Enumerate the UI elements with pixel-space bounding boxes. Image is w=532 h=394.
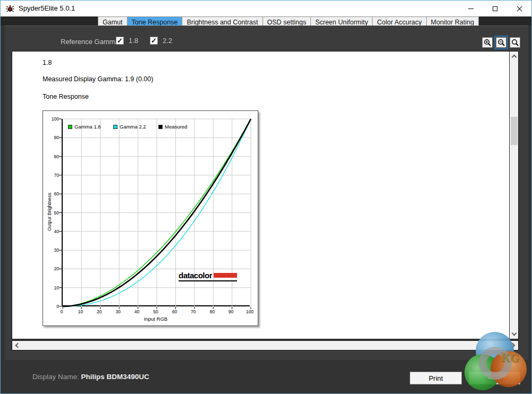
- title-bar: Spyder5Elite 5.0.1: [1, 1, 531, 16]
- reference-gamma-label: Reference Gamma:: [61, 38, 121, 46]
- scroll-left-button[interactable]: [13, 341, 22, 350]
- x-tick-label: 30: [113, 309, 123, 314]
- print-button[interactable]: Print: [410, 372, 462, 384]
- gamma-2.2-checkbox[interactable]: [150, 37, 158, 45]
- datacolor-logo-text: datacolor: [179, 271, 212, 280]
- y-tick-label: 100: [45, 116, 59, 122]
- zoom-in-button[interactable]: [482, 37, 493, 48]
- x-tick-label: 10: [75, 309, 85, 314]
- x-tick-label: 90: [226, 309, 236, 314]
- section-title: Tone Response: [43, 93, 89, 100]
- measured-gamma-text: Measured Display Gamma: 1.9 (0.00): [43, 75, 153, 83]
- legend-swatch-gamma-1.8: [68, 125, 72, 129]
- scroll-down-button[interactable]: [510, 329, 519, 338]
- legend-item-gamma-2.2: Gamma 2.2: [113, 124, 151, 130]
- zoom-out-icon: [497, 39, 505, 47]
- zoom-button-group: [482, 37, 520, 48]
- minimize-icon: [468, 8, 474, 9]
- scroll-up-button[interactable]: [510, 53, 519, 62]
- horizontal-scrollbar[interactable]: [12, 340, 519, 350]
- legend-label: Gamma 2.2: [120, 124, 146, 130]
- scroll-right-button[interactable]: [508, 341, 517, 350]
- legend-label: Measured: [165, 124, 187, 130]
- x-tick-label: 80: [207, 309, 217, 314]
- tone-response-chart: Output Brightness Gamma 1.8 Gamma 2.2 Me…: [43, 110, 258, 326]
- gamma-2.2-option[interactable]: 2.2: [150, 37, 172, 45]
- close-icon: [517, 6, 522, 12]
- y-tick-label: 10: [45, 285, 59, 290]
- x-tick-label: 40: [132, 309, 142, 314]
- y-tick-label: 0: [45, 304, 59, 309]
- y-tick-label: 50: [45, 210, 59, 216]
- y-tick-label: 90: [45, 135, 59, 140]
- y-tick-label: 40: [45, 229, 59, 234]
- x-axis-label: Input RGB: [62, 316, 250, 322]
- datacolor-logo-bar: [214, 273, 237, 278]
- chevron-right-icon: [510, 343, 516, 348]
- x-tick-label: 70: [189, 309, 198, 314]
- display-name-label: Display Name:: [32, 373, 79, 381]
- gamma-1.8-option[interactable]: 1.8: [116, 37, 138, 45]
- zoom-in-icon: [484, 39, 492, 47]
- legend-item-gamma-1.8: Gamma 1.8: [68, 124, 106, 130]
- x-tick-label: 60: [170, 309, 179, 314]
- gamma-2.2-label: 2.2: [163, 37, 172, 45]
- vertical-scrollbar[interactable]: [509, 52, 518, 339]
- x-tick-label: 20: [95, 309, 104, 314]
- zoom-reset-icon: [511, 39, 519, 47]
- zoom-reset-button[interactable]: [510, 37, 520, 48]
- report-scroll-area: 1.8 Measured Display Gamma: 1.9 (0.00) T…: [12, 51, 519, 339]
- minimize-button[interactable]: [459, 1, 483, 16]
- window-title: Spyder5Elite 5.0.1: [19, 4, 75, 12]
- chart-legend: Gamma 1.8 Gamma 2.2 Measured: [68, 124, 197, 130]
- legend-swatch-measured: [158, 125, 163, 129]
- display-name-value: Philips BDM3490UC: [81, 373, 149, 381]
- spyder-app-icon: [6, 4, 14, 13]
- y-tick-label: 30: [45, 247, 59, 253]
- legend-label: Gamma 1.8: [74, 124, 101, 130]
- y-tick-label: 80: [45, 154, 59, 159]
- close-window-button[interactable]: [508, 1, 531, 16]
- close-button[interactable]: Close: [469, 372, 520, 384]
- zoom-out-button[interactable]: [496, 37, 506, 48]
- x-tick-label: 50: [151, 309, 161, 314]
- legend-swatch-gamma-2.2: [113, 125, 117, 129]
- x-tick-label: 0: [57, 309, 66, 314]
- footer-bar: Display Name: Philips BDM3490UC Print Cl…: [1, 365, 531, 394]
- y-tick-label: 70: [45, 173, 59, 178]
- maximize-button[interactable]: [483, 1, 507, 16]
- datacolor-logo: datacolor: [179, 271, 237, 281]
- app-window: Spyder5Elite 5.0.1 GamutTone ResponseBri…: [0, 0, 532, 394]
- chevron-left-icon: [15, 343, 21, 348]
- x-tick-label: 100: [245, 309, 255, 314]
- vertical-scrollbar-thumb[interactable]: [511, 117, 518, 145]
- gamma-1.8-label: 1.8: [129, 37, 138, 45]
- gamma-1.8-checkbox[interactable]: [116, 37, 124, 45]
- selected-gamma-text: 1.8: [43, 59, 52, 66]
- chevron-down-icon: [512, 331, 517, 336]
- y-tick-label: 60: [45, 191, 59, 196]
- y-tick-label: 20: [45, 266, 59, 271]
- chevron-up-icon: [512, 55, 517, 60]
- display-name: Display Name: Philips BDM3490UC: [32, 373, 149, 381]
- plot-area: Gamma 1.8 Gamma 2.2 Measured datacolor: [62, 119, 250, 306]
- maximize-icon: [493, 6, 497, 11]
- legend-item-measured: Measured: [158, 124, 197, 130]
